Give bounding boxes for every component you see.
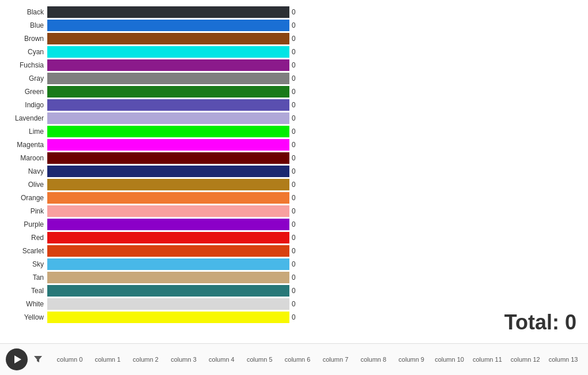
chart-area: Black0Blue0Brown0Cyan0Fuchsia0Gray0Green…: [0, 6, 588, 340]
bar-value: 0: [292, 273, 296, 282]
bar-label: Black: [6, 8, 47, 16]
bar-row: Black0: [6, 6, 588, 18]
bar-value: 0: [292, 234, 296, 242]
bar-track: [47, 192, 289, 204]
bar-track: [47, 272, 289, 283]
bar-track: [47, 59, 289, 71]
bar-track: [47, 258, 289, 270]
bar-label: Lavender: [6, 114, 47, 122]
bar-label: White: [6, 300, 47, 308]
bar-row: Purple0: [6, 218, 588, 231]
column-label-4: column 4: [202, 356, 240, 363]
bar-track: [47, 298, 289, 310]
bar-label: Blue: [6, 21, 47, 29]
bar-value: 0: [292, 260, 296, 268]
bar-row: Orange0: [6, 192, 588, 204]
bottom-bar: column 0column 1column 2column 3column 4…: [0, 343, 588, 375]
bar-track: [47, 152, 289, 164]
bar-track: [47, 139, 289, 151]
column-label-1: column 1: [89, 356, 127, 363]
bar-track: [47, 126, 289, 137]
bar-row: Lavender0: [6, 112, 588, 125]
bar-value: 0: [292, 101, 296, 109]
play-button[interactable]: [6, 348, 28, 370]
bar-row: Tan0: [6, 271, 588, 284]
column-label-9: column 9: [393, 356, 431, 363]
bar-row: Navy0: [6, 165, 588, 178]
bar-value: 0: [292, 194, 296, 202]
column-label-8: column 8: [355, 356, 393, 363]
bar-value: 0: [292, 88, 296, 96]
bar-track: [47, 86, 289, 97]
bar-track: [47, 99, 289, 111]
bar-value: 0: [292, 21, 296, 29]
column-label-11: column 11: [468, 356, 506, 363]
bar-value: 0: [292, 48, 296, 56]
bar-track: [47, 245, 289, 257]
bar-track: [47, 6, 289, 18]
bar-value: 0: [292, 247, 296, 255]
bar-row: Gray0: [6, 72, 588, 85]
bar-label: Red: [6, 234, 47, 242]
bar-label: Brown: [6, 35, 47, 43]
column-label-3: column 3: [165, 356, 203, 363]
bar-row: Green0: [6, 85, 588, 98]
bar-label: Green: [6, 88, 47, 96]
bar-row: Scarlet0: [6, 245, 588, 257]
bar-value: 0: [292, 127, 296, 136]
bar-value: 0: [292, 154, 296, 162]
bar-track: [47, 33, 289, 44]
bar-label: Tan: [6, 273, 47, 282]
bar-track: [47, 205, 289, 217]
bar-value: 0: [292, 35, 296, 43]
column-label-13: column 13: [544, 356, 582, 363]
bar-track: [47, 112, 289, 124]
column-label-7: column 7: [316, 356, 355, 363]
bar-row: Red0: [6, 231, 588, 244]
bar-label: Lime: [6, 127, 47, 136]
bar-value: 0: [292, 114, 296, 122]
bar-label: Navy: [6, 167, 47, 175]
bar-track: [47, 166, 289, 177]
bar-row: Teal0: [6, 284, 588, 297]
bar-label: Pink: [6, 207, 47, 215]
bar-row: Indigo0: [6, 99, 588, 111]
bar-row: Maroon0: [6, 152, 588, 164]
column-label-5: column 5: [240, 356, 278, 363]
column-label-2: column 2: [127, 356, 165, 363]
bar-track: [47, 20, 289, 31]
bar-label: Scarlet: [6, 247, 47, 255]
bar-track: [47, 285, 289, 297]
bar-label: Sky: [6, 260, 47, 268]
bar-row: Blue0: [6, 19, 588, 32]
bar-value: 0: [292, 181, 296, 189]
bar-value: 0: [292, 167, 296, 175]
bar-label: Olive: [6, 181, 47, 189]
bar-value: 0: [292, 287, 296, 295]
column-label-12: column 12: [506, 356, 544, 363]
bar-label: Magenta: [6, 141, 47, 149]
bar-value: 0: [292, 8, 296, 16]
column-label-10: column 10: [431, 356, 469, 363]
bar-label: Purple: [6, 220, 47, 228]
bar-row: Olive0: [6, 178, 588, 191]
bar-value: 0: [292, 74, 296, 82]
bar-row: Pink0: [6, 205, 588, 217]
bar-value: 0: [292, 207, 296, 215]
column-labels: column 0column 1column 2column 3column 4…: [51, 356, 582, 363]
bar-label: Yellow: [6, 313, 47, 321]
bar-track: [47, 232, 289, 243]
bar-label: Gray: [6, 74, 47, 82]
bar-track: [47, 219, 289, 230]
bar-value: 0: [292, 220, 296, 228]
filter-icon[interactable]: [32, 354, 44, 365]
bar-value: 0: [292, 141, 296, 149]
bar-row: Magenta0: [6, 138, 588, 151]
bar-row: Fuchsia0: [6, 59, 588, 72]
bar-row: Brown0: [6, 32, 588, 45]
bar-row: White0: [6, 298, 588, 310]
bar-track: [47, 73, 289, 84]
column-label-6: column 6: [278, 356, 316, 363]
bar-label: Maroon: [6, 154, 47, 162]
total-label: Total: 0: [504, 310, 576, 335]
